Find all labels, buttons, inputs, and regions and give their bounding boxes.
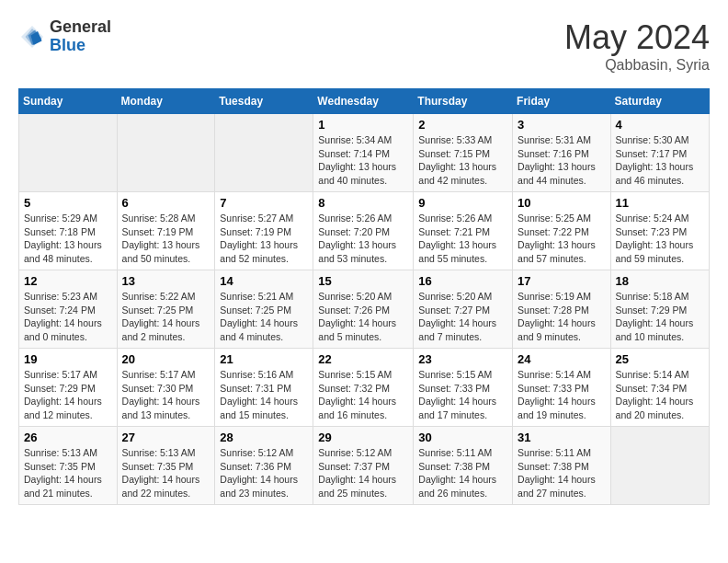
weekday-header-monday: Monday <box>117 89 215 114</box>
day-info: Sunrise: 5:31 AM Sunset: 7:16 PM Dayligh… <box>518 133 606 188</box>
day-info: Sunrise: 5:12 AM Sunset: 7:37 PM Dayligh… <box>318 446 408 500</box>
calendar-cell: 12Sunrise: 5:23 AM Sunset: 7:24 PM Dayli… <box>19 270 118 349</box>
logo-text: General Blue <box>50 18 111 55</box>
calendar-cell: 21Sunrise: 5:16 AM Sunset: 7:31 PM Dayli… <box>215 349 313 427</box>
day-number: 24 <box>518 352 606 366</box>
day-info: Sunrise: 5:17 AM Sunset: 7:29 PM Dayligh… <box>24 368 112 422</box>
calendar-cell: 4Sunrise: 5:30 AM Sunset: 7:17 PM Daylig… <box>610 114 709 192</box>
calendar-cell: 6Sunrise: 5:28 AM Sunset: 7:19 PM Daylig… <box>117 192 215 270</box>
week-row-4: 19Sunrise: 5:17 AM Sunset: 7:29 PM Dayli… <box>19 349 710 427</box>
week-row-5: 26Sunrise: 5:13 AM Sunset: 7:35 PM Dayli… <box>19 427 710 505</box>
day-number: 23 <box>418 352 507 366</box>
day-number: 19 <box>24 352 112 366</box>
day-number: 2 <box>418 118 507 132</box>
logo-general: General <box>50 18 111 37</box>
calendar-cell: 13Sunrise: 5:22 AM Sunset: 7:25 PM Dayli… <box>117 270 215 349</box>
weekday-header-row: SundayMondayTuesdayWednesdayThursdayFrid… <box>19 89 710 114</box>
calendar: SundayMondayTuesdayWednesdayThursdayFrid… <box>18 88 710 505</box>
day-info: Sunrise: 5:27 AM Sunset: 7:19 PM Dayligh… <box>220 212 308 266</box>
day-info: Sunrise: 5:20 AM Sunset: 7:27 PM Dayligh… <box>418 290 507 344</box>
calendar-cell: 26Sunrise: 5:13 AM Sunset: 7:35 PM Dayli… <box>19 427 118 505</box>
calendar-cell <box>117 114 215 192</box>
calendar-cell: 23Sunrise: 5:15 AM Sunset: 7:33 PM Dayli… <box>414 349 513 427</box>
day-info: Sunrise: 5:11 AM Sunset: 7:38 PM Dayligh… <box>418 446 507 500</box>
day-info: Sunrise: 5:15 AM Sunset: 7:33 PM Dayligh… <box>418 368 507 422</box>
weekday-header-wednesday: Wednesday <box>313 89 414 114</box>
day-number: 6 <box>122 196 210 210</box>
calendar-cell: 14Sunrise: 5:21 AM Sunset: 7:25 PM Dayli… <box>215 270 313 349</box>
day-number: 31 <box>518 431 606 444</box>
day-info: Sunrise: 5:22 AM Sunset: 7:25 PM Dayligh… <box>122 290 210 344</box>
logo: General Blue <box>18 18 111 55</box>
calendar-cell: 25Sunrise: 5:14 AM Sunset: 7:34 PM Dayli… <box>610 349 709 427</box>
day-number: 10 <box>518 196 606 210</box>
calendar-cell: 16Sunrise: 5:20 AM Sunset: 7:27 PM Dayli… <box>414 270 513 349</box>
calendar-cell <box>19 114 118 192</box>
calendar-cell: 9Sunrise: 5:26 AM Sunset: 7:21 PM Daylig… <box>414 192 513 270</box>
day-number: 1 <box>318 118 408 132</box>
day-info: Sunrise: 5:24 AM Sunset: 7:23 PM Dayligh… <box>616 212 704 266</box>
week-row-1: 1Sunrise: 5:34 AM Sunset: 7:14 PM Daylig… <box>19 114 710 192</box>
day-number: 13 <box>122 274 210 288</box>
calendar-cell: 28Sunrise: 5:12 AM Sunset: 7:36 PM Dayli… <box>215 427 313 505</box>
day-info: Sunrise: 5:11 AM Sunset: 7:38 PM Dayligh… <box>518 446 606 500</box>
day-info: Sunrise: 5:28 AM Sunset: 7:19 PM Dayligh… <box>122 212 210 266</box>
day-info: Sunrise: 5:19 AM Sunset: 7:28 PM Dayligh… <box>518 290 606 344</box>
day-number: 4 <box>616 118 704 132</box>
calendar-cell: 15Sunrise: 5:20 AM Sunset: 7:26 PM Dayli… <box>313 270 414 349</box>
day-info: Sunrise: 5:12 AM Sunset: 7:36 PM Dayligh… <box>220 446 308 500</box>
calendar-cell: 31Sunrise: 5:11 AM Sunset: 7:38 PM Dayli… <box>513 427 611 505</box>
calendar-cell <box>610 427 709 505</box>
day-info: Sunrise: 5:26 AM Sunset: 7:21 PM Dayligh… <box>418 212 507 266</box>
day-number: 29 <box>318 431 408 444</box>
day-info: Sunrise: 5:21 AM Sunset: 7:25 PM Dayligh… <box>220 290 308 344</box>
weekday-header-sunday: Sunday <box>19 89 118 114</box>
calendar-cell: 10Sunrise: 5:25 AM Sunset: 7:22 PM Dayli… <box>513 192 611 270</box>
calendar-cell: 2Sunrise: 5:33 AM Sunset: 7:15 PM Daylig… <box>414 114 513 192</box>
day-info: Sunrise: 5:14 AM Sunset: 7:33 PM Dayligh… <box>518 368 606 422</box>
calendar-cell: 24Sunrise: 5:14 AM Sunset: 7:33 PM Dayli… <box>513 349 611 427</box>
title-block: May 2024 Qabbasin, Syria <box>564 18 710 74</box>
calendar-cell: 17Sunrise: 5:19 AM Sunset: 7:28 PM Dayli… <box>513 270 611 349</box>
day-info: Sunrise: 5:13 AM Sunset: 7:35 PM Dayligh… <box>122 446 210 500</box>
calendar-cell: 20Sunrise: 5:17 AM Sunset: 7:30 PM Dayli… <box>117 349 215 427</box>
day-number: 16 <box>418 274 507 288</box>
weekday-header-friday: Friday <box>513 89 611 114</box>
calendar-cell: 18Sunrise: 5:18 AM Sunset: 7:29 PM Dayli… <box>610 270 709 349</box>
week-row-3: 12Sunrise: 5:23 AM Sunset: 7:24 PM Dayli… <box>19 270 710 349</box>
weekday-header-tuesday: Tuesday <box>215 89 313 114</box>
day-info: Sunrise: 5:26 AM Sunset: 7:20 PM Dayligh… <box>318 212 408 266</box>
day-number: 18 <box>616 274 704 288</box>
day-number: 27 <box>122 431 210 444</box>
day-info: Sunrise: 5:14 AM Sunset: 7:34 PM Dayligh… <box>616 368 704 422</box>
day-info: Sunrise: 5:20 AM Sunset: 7:26 PM Dayligh… <box>318 290 408 344</box>
day-info: Sunrise: 5:16 AM Sunset: 7:31 PM Dayligh… <box>220 368 308 422</box>
calendar-cell <box>215 114 313 192</box>
calendar-cell: 8Sunrise: 5:26 AM Sunset: 7:20 PM Daylig… <box>313 192 414 270</box>
page-header: General Blue May 2024 Qabbasin, Syria <box>18 18 710 74</box>
weekday-header-thursday: Thursday <box>414 89 513 114</box>
week-row-2: 5Sunrise: 5:29 AM Sunset: 7:18 PM Daylig… <box>19 192 710 270</box>
day-info: Sunrise: 5:15 AM Sunset: 7:32 PM Dayligh… <box>318 368 408 422</box>
day-info: Sunrise: 5:30 AM Sunset: 7:17 PM Dayligh… <box>616 133 704 188</box>
day-number: 26 <box>24 431 112 444</box>
day-info: Sunrise: 5:13 AM Sunset: 7:35 PM Dayligh… <box>24 446 112 500</box>
calendar-cell: 11Sunrise: 5:24 AM Sunset: 7:23 PM Dayli… <box>610 192 709 270</box>
month-title: May 2024 <box>564 18 710 57</box>
weekday-header-saturday: Saturday <box>610 89 709 114</box>
day-number: 22 <box>318 352 408 366</box>
day-number: 28 <box>220 431 308 444</box>
day-number: 11 <box>616 196 704 210</box>
day-number: 7 <box>220 196 308 210</box>
day-number: 25 <box>616 352 704 366</box>
calendar-cell: 29Sunrise: 5:12 AM Sunset: 7:37 PM Dayli… <box>313 427 414 505</box>
calendar-cell: 3Sunrise: 5:31 AM Sunset: 7:16 PM Daylig… <box>513 114 611 192</box>
day-info: Sunrise: 5:18 AM Sunset: 7:29 PM Dayligh… <box>616 290 704 344</box>
calendar-cell: 7Sunrise: 5:27 AM Sunset: 7:19 PM Daylig… <box>215 192 313 270</box>
day-number: 14 <box>220 274 308 288</box>
day-number: 21 <box>220 352 308 366</box>
logo-blue: Blue <box>50 37 111 55</box>
day-number: 15 <box>318 274 408 288</box>
calendar-cell: 5Sunrise: 5:29 AM Sunset: 7:18 PM Daylig… <box>19 192 118 270</box>
day-number: 8 <box>318 196 408 210</box>
